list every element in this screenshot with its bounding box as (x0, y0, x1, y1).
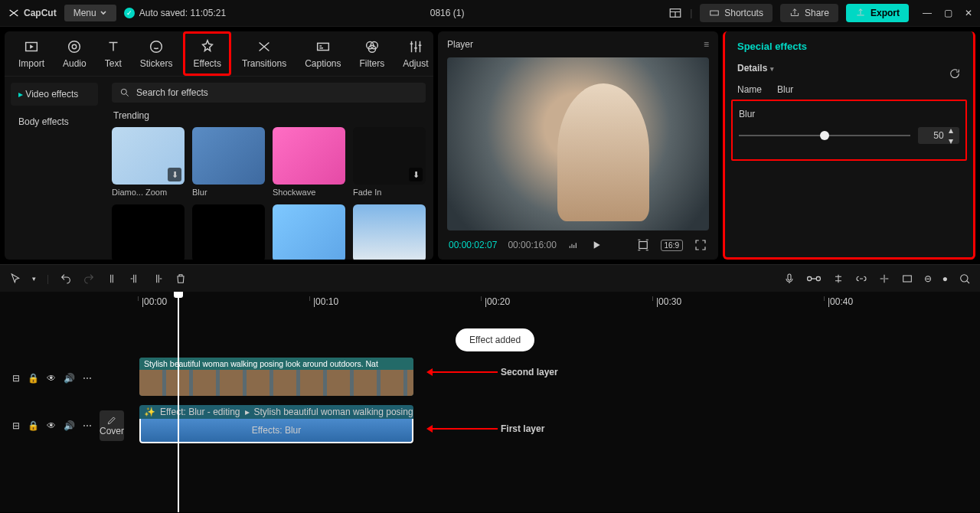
value-down[interactable]: ▾ (949, 136, 958, 146)
track-mute-icon[interactable]: 🔊 (64, 420, 75, 431)
props-panel-title: Special effects (737, 41, 961, 52)
effect-item[interactable]: Shockwave (273, 127, 345, 197)
player-menu-icon[interactable]: ≡ (704, 39, 709, 50)
tab-stickers[interactable]: Stickers (132, 34, 181, 74)
playhead[interactable] (178, 292, 179, 512)
name-value: Blur (777, 84, 793, 95)
effect-item[interactable] (192, 204, 265, 260)
minimize-button[interactable]: — (923, 8, 932, 18)
logo-icon (8, 7, 20, 19)
value-up[interactable]: ▴ (949, 125, 958, 136)
project-title: 0816 (1) (234, 8, 661, 18)
split-icon[interactable] (106, 273, 118, 285)
track-controls: ⊟ 🔒 👁 🔊 ⋯ (0, 373, 100, 384)
volume-bars-icon[interactable] (567, 239, 580, 251)
tool-dropdown-icon[interactable]: ▾ (32, 275, 36, 283)
link-icon[interactable] (855, 273, 867, 285)
track-lock-icon[interactable]: 🔒 (28, 420, 39, 431)
search-icon (119, 87, 130, 98)
tab-import[interactable]: Import (11, 34, 52, 74)
sidebar-item-video-effects[interactable]: ▸ Video effects (11, 83, 98, 106)
split-right-icon[interactable] (152, 273, 164, 285)
share-button[interactable]: Share (780, 4, 838, 22)
blur-slider[interactable] (739, 135, 910, 136)
play-button[interactable] (590, 239, 603, 251)
media-panel: Import Audio Text Stickers Effects Trans… (5, 31, 433, 260)
details-label: Details ▾ (737, 63, 774, 74)
close-button[interactable]: ✕ (965, 8, 972, 18)
blur-value-input[interactable]: 50 ▴▾ (918, 127, 959, 144)
video-clip-with-effect[interactable]: ✨Effect: Blur - editing▸ Stylish beautif… (139, 405, 413, 443)
magnet-link-icon[interactable] (806, 273, 822, 285)
zoom-out-icon[interactable]: ⊖ (924, 273, 932, 284)
svg-point-3 (69, 41, 80, 53)
chevron-down-icon (100, 9, 107, 17)
layout-icon[interactable] (668, 6, 682, 20)
effects-search[interactable]: Search for effects (112, 83, 426, 103)
effect-item[interactable]: ⬇Diamo... Zoom (112, 127, 185, 197)
slider-thumb[interactable] (820, 131, 829, 140)
tab-adjust[interactable]: Adjust (395, 34, 433, 74)
align-icon[interactable] (878, 273, 890, 285)
pointer-tool-icon[interactable] (9, 273, 21, 285)
delete-icon[interactable] (175, 273, 187, 285)
effects-section-title: Trending (113, 110, 426, 121)
snap-icon[interactable] (832, 273, 844, 285)
svg-rect-15 (903, 276, 911, 282)
shortcuts-button[interactable]: Shortcuts (700, 4, 773, 22)
svg-rect-1 (710, 11, 719, 15)
timeline-ruler[interactable]: |00:00 |00:10 |00:20 |00:30 |00:40 (130, 292, 980, 310)
track-more-icon[interactable]: ⋯ (83, 373, 92, 384)
zoom-fit-icon[interactable] (959, 273, 971, 285)
svg-rect-6 (317, 43, 328, 50)
tab-effects[interactable]: Effects (183, 31, 230, 76)
effect-item[interactable] (112, 204, 185, 260)
tab-text[interactable]: Text (97, 34, 129, 74)
undo-icon[interactable] (60, 273, 72, 285)
app-logo: CapCut (8, 7, 57, 19)
timeline: |00:00 |00:10 |00:20 |00:30 |00:40 Effec… (0, 292, 980, 512)
download-icon[interactable]: ⬇ (168, 168, 181, 181)
download-icon[interactable]: ⬇ (409, 168, 423, 181)
track-collapse-icon[interactable]: ⊟ (12, 373, 20, 384)
track-controls: ⊟ 🔒 👁 🔊 ⋯ (0, 420, 100, 431)
effect-item[interactable] (273, 204, 345, 260)
preview-mode-icon[interactable] (901, 273, 913, 285)
tab-transitions[interactable]: Transitions (234, 34, 294, 74)
maximize-button[interactable]: ▢ (944, 8, 952, 18)
effect-item[interactable]: Blur (192, 127, 265, 197)
effect-item[interactable] (353, 204, 426, 260)
toast-notification: Effect added (456, 328, 534, 351)
track-visibility-icon[interactable]: 👁 (47, 373, 56, 384)
track-lock-icon[interactable]: 🔒 (28, 373, 39, 384)
track-row: ⊟ 🔒 👁 🔊 ⋯ Stylish beautiful woman walkin… (0, 358, 980, 399)
video-clip[interactable]: Stylish beautiful woman walking posing l… (139, 358, 413, 396)
export-button[interactable]: Export (846, 4, 909, 22)
tab-filters[interactable]: Filters (352, 34, 393, 74)
tab-captions[interactable]: Captions (297, 34, 348, 74)
track-visibility-icon[interactable]: 👁 (47, 420, 56, 431)
mic-icon[interactable] (783, 273, 795, 285)
effect-item[interactable]: ⬇Fade In (353, 127, 426, 197)
ratio-badge[interactable]: 16:9 (661, 240, 683, 251)
reset-icon[interactable] (949, 67, 961, 80)
menu-button[interactable]: Menu (64, 5, 116, 21)
svg-point-4 (73, 44, 77, 49)
tab-audio[interactable]: Audio (55, 34, 94, 74)
redo-icon[interactable] (83, 273, 95, 285)
sidebar-item-body-effects[interactable]: Body effects (11, 110, 98, 133)
preview-viewport[interactable] (447, 57, 709, 230)
scale-fit-icon[interactable] (636, 238, 650, 252)
properties-panel: Special effects Details ▾ Name Blur Blur… (723, 31, 975, 260)
name-label: Name (737, 84, 762, 95)
track-more-icon[interactable]: ⋯ (83, 420, 92, 431)
fullscreen-icon[interactable] (694, 238, 707, 252)
track-collapse-icon[interactable]: ⊟ (12, 420, 20, 431)
annotation-second-layer: Second layer (429, 367, 558, 377)
timeline-toolbar: ▾ | ⊖ ● (0, 264, 980, 292)
autosave-status: ✓ Auto saved: 11:05:21 (124, 8, 226, 18)
split-left-icon[interactable] (129, 273, 141, 285)
zoom-slider-handle[interactable]: ● (942, 273, 948, 284)
check-icon: ✓ (124, 8, 135, 18)
track-mute-icon[interactable]: 🔊 (64, 373, 75, 384)
